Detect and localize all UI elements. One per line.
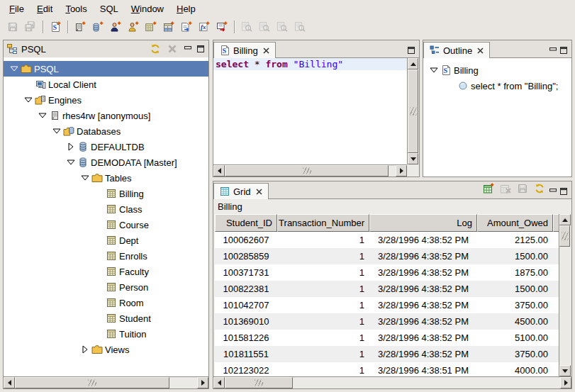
scroll-right-button[interactable] bbox=[396, 165, 407, 177]
maximize-icon[interactable] bbox=[196, 45, 206, 53]
table-row[interactable]: 10212302213/28/1996 4:38:51 PM4000.00 bbox=[215, 362, 559, 376]
sql-editor[interactable]: select * from "Billing" bbox=[213, 58, 407, 164]
scrollbar-track[interactable] bbox=[15, 377, 197, 388]
collapse-arrow-icon[interactable] bbox=[50, 125, 63, 137]
table-row[interactable]: 10104270713/28/1996 4:38:52 PM3750.00 bbox=[215, 297, 559, 313]
scroll-down-button[interactable] bbox=[559, 365, 571, 376]
cell-student-id[interactable]: 100285859 bbox=[215, 248, 277, 264]
collapse-arrow-icon[interactable] bbox=[22, 94, 35, 106]
tree-item-local-client[interactable]: Local Client bbox=[4, 77, 208, 92]
minimize-icon[interactable] bbox=[549, 187, 558, 196]
scroll-down-button[interactable] bbox=[408, 153, 418, 164]
collapse-arrow-icon[interactable] bbox=[65, 157, 77, 168]
execute-query-3-button[interactable] bbox=[274, 18, 291, 35]
scroll-left-button[interactable] bbox=[4, 377, 15, 388]
collapse-arrow-icon[interactable] bbox=[8, 63, 21, 74]
new-query-button[interactable] bbox=[178, 18, 195, 35]
menu-window[interactable]: Window bbox=[125, 1, 170, 16]
new-function-button[interactable]: fx bbox=[196, 18, 213, 35]
tree-item-tables[interactable]: Tables bbox=[4, 170, 208, 186]
scroll-right-button[interactable] bbox=[197, 377, 208, 388]
refresh-grid-button[interactable] bbox=[532, 181, 547, 196]
cell-log[interactable]: 3/28/1996 4:38:52 PM bbox=[369, 297, 477, 313]
scrollbar-thumb[interactable] bbox=[225, 165, 389, 177]
table-row[interactable]: 10136901013/28/1996 4:38:52 PM4500.00 bbox=[215, 313, 559, 330]
tree-item-psql[interactable]: PSQL bbox=[4, 61, 208, 77]
cell-amount-owed[interactable]: 3750.00 bbox=[477, 346, 553, 362]
menu-file[interactable]: File bbox=[3, 1, 30, 16]
maximize-icon[interactable] bbox=[559, 46, 569, 55]
tree-item-billing[interactable]: SBilling bbox=[423, 62, 571, 78]
minimize-icon[interactable] bbox=[184, 45, 193, 53]
tree-item-tuition[interactable]: Tuition bbox=[4, 326, 208, 342]
close-icon[interactable] bbox=[476, 47, 484, 55]
cell-transaction-number[interactable]: 1 bbox=[277, 264, 369, 281]
scroll-right-button[interactable] bbox=[560, 377, 571, 388]
scrollbar-track[interactable] bbox=[225, 165, 396, 177]
cell-transaction-number[interactable]: 1 bbox=[277, 281, 369, 297]
tab-outline[interactable]: Outline bbox=[423, 42, 490, 58]
tree-item-select-from-billing[interactable]: select * from "Billing"; bbox=[423, 78, 571, 94]
tree-item-course[interactable]: Course bbox=[4, 217, 208, 233]
column-header-amount-owed[interactable]: Amount_Owed bbox=[477, 214, 553, 232]
cell-amount-owed[interactable]: 1875.00 bbox=[477, 264, 553, 281]
cell-transaction-number[interactable]: 1 bbox=[277, 362, 369, 376]
cell-amount-owed[interactable]: 4000.00 bbox=[477, 362, 553, 376]
new-group-button[interactable] bbox=[125, 18, 142, 35]
scroll-up-button[interactable] bbox=[408, 58, 418, 69]
table-row[interactable]: 10181155113/28/1996 4:38:52 PM3750.00 bbox=[215, 346, 559, 362]
cell-log[interactable]: 3/28/1996 4:38:52 PM bbox=[369, 313, 477, 330]
save-button[interactable] bbox=[4, 18, 21, 35]
column-header-student-id[interactable]: Student_ID bbox=[215, 214, 277, 232]
menu-tools[interactable]: Tools bbox=[59, 1, 93, 16]
refresh-button[interactable] bbox=[148, 42, 162, 56]
save-records-button[interactable] bbox=[515, 181, 530, 196]
minimize-icon[interactable] bbox=[549, 46, 558, 55]
tree-item-faculty[interactable]: Faculty bbox=[4, 264, 208, 279]
column-header-log[interactable]: Log bbox=[369, 214, 477, 232]
insert-record-button[interactable] bbox=[481, 181, 496, 196]
cell-log[interactable]: 3/28/1996 4:38:52 PM bbox=[369, 346, 477, 362]
cell-student-id[interactable]: 101369010 bbox=[215, 313, 277, 330]
table-row[interactable]: 10082238113/28/1996 4:38:52 PM1500.00 bbox=[215, 281, 559, 297]
cell-log[interactable]: 3/28/1996 4:38:52 PM bbox=[369, 232, 477, 248]
scrollbar-thumb[interactable] bbox=[408, 69, 418, 153]
table-row[interactable]: 10006260713/28/1996 4:38:52 PM2125.00 bbox=[215, 232, 559, 248]
cell-amount-owed[interactable]: 5100.00 bbox=[477, 330, 553, 346]
tab-grid[interactable]: Grid bbox=[213, 183, 269, 199]
delete-record-button[interactable] bbox=[498, 181, 513, 196]
collapse-arrow-icon[interactable] bbox=[428, 65, 440, 76]
new-user-button[interactable] bbox=[107, 18, 124, 35]
execute-query-4-button[interactable] bbox=[291, 18, 308, 35]
cell-amount-owed[interactable]: 4500.00 bbox=[477, 313, 553, 330]
new-sql-document-button[interactable]: S bbox=[47, 18, 64, 35]
close-icon[interactable] bbox=[262, 47, 270, 55]
new-table-button[interactable] bbox=[143, 18, 160, 35]
execute-query-2-button[interactable] bbox=[256, 18, 273, 35]
tree-item-room[interactable]: Room bbox=[4, 295, 208, 310]
tree-item-databases[interactable]: Databases bbox=[4, 123, 208, 139]
menu-edit[interactable]: Edit bbox=[30, 1, 59, 16]
collapse-arrow-icon[interactable] bbox=[36, 110, 49, 121]
scroll-left-button[interactable] bbox=[213, 165, 225, 177]
menu-sql[interactable]: SQL bbox=[94, 1, 125, 16]
close-icon[interactable] bbox=[255, 188, 263, 196]
scrollbar-track[interactable] bbox=[559, 225, 571, 365]
cell-student-id[interactable]: 100371731 bbox=[215, 264, 277, 281]
scrollbar-thumb[interactable] bbox=[559, 225, 570, 247]
cell-student-id[interactable]: 102123022 bbox=[215, 362, 277, 376]
cell-log[interactable]: 3/28/1996 4:38:52 PM bbox=[369, 281, 477, 297]
tree-item-dept[interactable]: Dept bbox=[4, 233, 208, 248]
delete-button[interactable] bbox=[165, 42, 179, 56]
scrollbar-thumb[interactable] bbox=[225, 377, 293, 388]
cell-student-id[interactable]: 101581226 bbox=[215, 330, 277, 346]
menu-help[interactable]: Help bbox=[170, 1, 202, 16]
cell-amount-owed[interactable]: 1500.00 bbox=[477, 248, 553, 264]
expand-arrow-icon[interactable] bbox=[65, 141, 77, 152]
tree-item-defaultdb[interactable]: DEFAULTDB bbox=[4, 139, 208, 155]
maximize-icon[interactable] bbox=[559, 187, 569, 196]
tree-item-views[interactable]: Views bbox=[4, 342, 208, 357]
new-view-button[interactable] bbox=[160, 18, 177, 35]
new-procedure-button[interactable] bbox=[213, 18, 230, 35]
table-row[interactable]: 10158122613/28/1996 4:38:52 PM5100.00 bbox=[215, 330, 559, 346]
